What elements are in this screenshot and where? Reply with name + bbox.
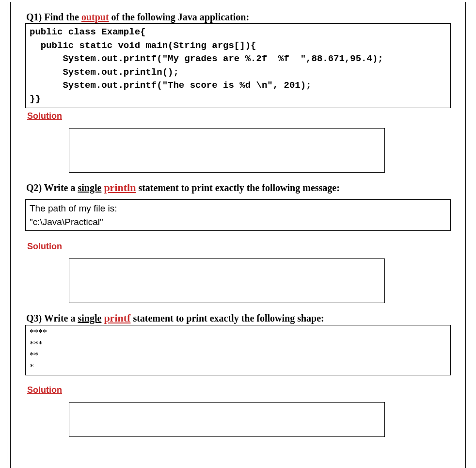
q3-heading-post: statement to print exactly the following… [130, 313, 324, 323]
q3-heading-single: single [78, 313, 101, 323]
q1-answer-box[interactable] [69, 128, 385, 173]
q1-heading-red: output [81, 12, 109, 22]
q1-solution-label: Solution [27, 111, 460, 121]
q3-solution-label: Solution [27, 385, 460, 395]
q3-heading-red: printf [104, 312, 130, 324]
q2-heading: Q2) Write a single println statement to … [26, 181, 460, 194]
page-outer-border: Q1) Find the output of the following Jav… [7, 0, 469, 468]
q3-heading-pre: Q3) Write a [26, 313, 78, 323]
q1-heading-pre: Q1) Find the [26, 12, 81, 22]
q2-heading-red: println [104, 181, 136, 194]
q3-heading: Q3) Write a single printf statement to p… [26, 312, 460, 324]
q2-heading-post: statement to print exactly the following… [136, 182, 339, 193]
page-inner: Q1) Find the output of the following Jav… [10, 2, 466, 468]
q2-message-box: The path of my file is: "c:\Java\Practic… [25, 199, 451, 231]
q2-heading-pre: Q2) Write a [26, 182, 78, 193]
q3-shape-box: **** *** ** * [25, 325, 451, 375]
q1-heading-post: of the following Java application: [109, 12, 249, 22]
q2-heading-single: single [78, 182, 101, 193]
q1-heading: Q1) Find the output of the following Jav… [26, 12, 460, 23]
q1-code-box: public class Example{ public static void… [25, 23, 451, 108]
q3-answer-box[interactable] [69, 402, 385, 437]
q2-answer-box[interactable] [69, 258, 385, 303]
q2-solution-label: Solution [27, 242, 460, 252]
